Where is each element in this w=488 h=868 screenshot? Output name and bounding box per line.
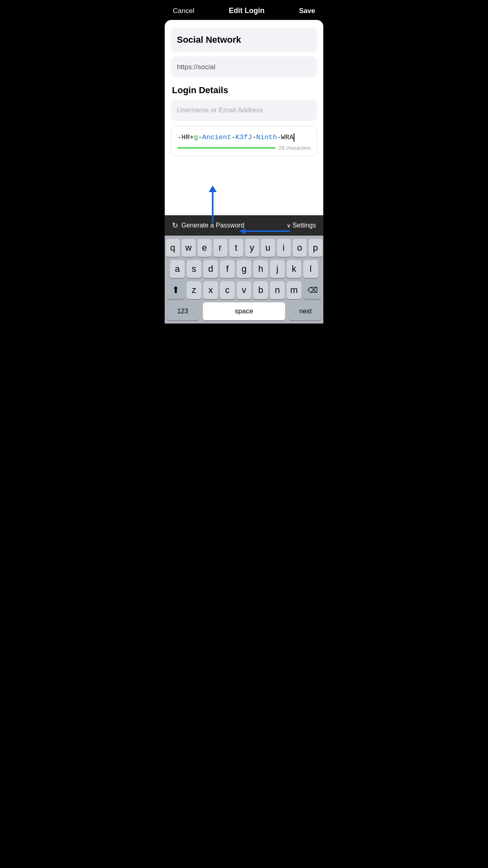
key-z[interactable]: z (187, 281, 201, 299)
key-n[interactable]: n (270, 281, 285, 299)
settings-label: Settings (292, 222, 316, 229)
settings-button[interactable]: ∨ Settings (287, 222, 316, 229)
key-next[interactable]: next (289, 302, 322, 320)
site-url-value: https://social (177, 63, 216, 71)
key-m[interactable]: m (287, 281, 301, 299)
keyboard-row-3: ⬆ z x c v b n m ⌫ (166, 281, 322, 299)
password-field[interactable]: -HR+g-Ancient-K3fJ-Ninth-WRA 28 characte… (171, 126, 317, 156)
username-field[interactable]: Username or Email Address (171, 100, 317, 121)
keyboard-row-bottom: 123 space next (166, 302, 322, 320)
password-value: -HR+g-Ancient-K3fJ-Ninth-WRA (177, 133, 311, 142)
key-e[interactable]: e (198, 239, 211, 257)
form-area: Social Network https://social Login Deta… (165, 20, 323, 215)
key-s[interactable]: s (187, 260, 201, 278)
username-placeholder: Username or Email Address (177, 106, 263, 114)
password-strength-bar (177, 147, 275, 149)
char-count: 28 characters (279, 145, 311, 151)
password-strength-row: 28 characters (177, 145, 311, 153)
key-a[interactable]: a (170, 260, 185, 278)
key-q[interactable]: q (166, 239, 180, 257)
key-y[interactable]: y (245, 239, 259, 257)
keyboard-row-1: q w e r t y u i o p (166, 239, 322, 257)
save-button[interactable]: Save (299, 7, 315, 15)
site-name-field[interactable]: Social Network (171, 28, 317, 52)
refresh-icon: ↻ (172, 221, 178, 230)
key-p[interactable]: p (309, 239, 322, 257)
cursor (294, 133, 294, 142)
key-g[interactable]: g (237, 260, 251, 278)
generate-password-button[interactable]: ↻ Generate a Password (172, 221, 244, 230)
cancel-button[interactable]: Cancel (173, 7, 194, 15)
key-c[interactable]: c (220, 281, 235, 299)
key-i[interactable]: i (277, 239, 291, 257)
keyboard-row-2: a s d f g h j k l (166, 260, 322, 278)
key-x[interactable]: x (203, 281, 218, 299)
keyboard: q w e r t y u i o p a s d f g h j k l ⬆ … (165, 236, 323, 324)
generate-label: Generate a Password (181, 222, 244, 229)
page-title: Edit Login (229, 7, 265, 15)
key-space[interactable]: space (203, 302, 285, 320)
key-b[interactable]: b (253, 281, 268, 299)
key-o[interactable]: o (293, 239, 307, 257)
key-r[interactable]: r (214, 239, 227, 257)
key-d[interactable]: d (203, 260, 218, 278)
chevron-down-icon: ∨ (287, 222, 291, 229)
site-name-value: Social Network (177, 35, 241, 45)
key-u[interactable]: u (261, 239, 275, 257)
section-label: Login Details (172, 85, 317, 96)
key-v[interactable]: v (237, 281, 251, 299)
key-w[interactable]: w (182, 239, 196, 257)
key-k[interactable]: k (287, 260, 301, 278)
site-url-field[interactable]: https://social (171, 57, 317, 78)
key-l[interactable]: l (303, 260, 318, 278)
key-t[interactable]: t (229, 239, 243, 257)
key-f[interactable]: f (220, 260, 235, 278)
key-numbers[interactable]: 123 (166, 302, 199, 320)
generate-bar: ↻ Generate a Password ∨ Settings (165, 215, 323, 236)
nav-bar: Cancel Edit Login Save (165, 0, 323, 20)
key-shift[interactable]: ⬆ (167, 281, 185, 299)
key-j[interactable]: j (270, 260, 285, 278)
key-h[interactable]: h (253, 260, 268, 278)
key-delete[interactable]: ⌫ (303, 281, 321, 299)
